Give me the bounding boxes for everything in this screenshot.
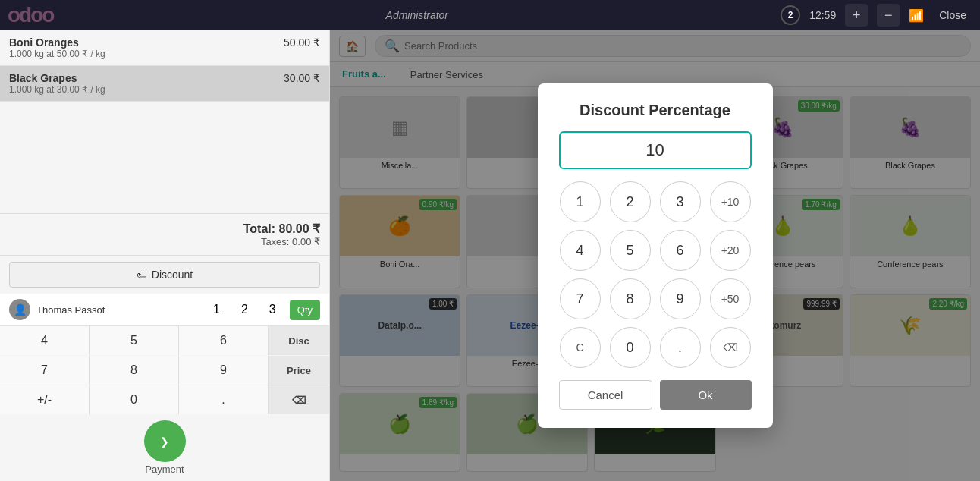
order-badge: 2 (781, 5, 800, 25)
modal-ok-button[interactable]: Ok (660, 380, 752, 410)
logo: odoo (8, 3, 53, 27)
avatar: 👤 (9, 299, 30, 320)
numpad-5[interactable]: 5 (90, 326, 178, 355)
customer-name: Thomas Passot (36, 304, 199, 316)
right-panel: 🏠 🔍 Fruits a... Partner Services ▦ Misce… (330, 30, 980, 481)
discount-modal: Discount Percentage 1 2 3 +10 4 5 6 +20 … (538, 83, 773, 428)
numpad-8[interactable]: 8 (90, 356, 178, 385)
item-name: Black Grapes (9, 72, 77, 84)
add-order-button[interactable]: + (845, 4, 868, 27)
disc-button[interactable]: Disc (269, 326, 329, 355)
discount-button[interactable]: 🏷 Discount (9, 262, 320, 288)
discount-section: 🏷 Discount (0, 255, 329, 294)
modal-key-dot[interactable]: . (660, 327, 701, 368)
modal-actions: Cancel Ok (559, 380, 752, 410)
modal-key-clear[interactable]: C (560, 327, 601, 368)
logo-text: odoo (8, 3, 53, 27)
topbar: odoo Administrator 2 12:59 + − 📶 Close (0, 0, 980, 30)
price-button[interactable]: Price (269, 356, 329, 385)
modal-key-plus10[interactable]: +10 (710, 181, 751, 222)
numpad-key-3[interactable]: 3 (262, 298, 284, 321)
tag-icon: 🏷 (137, 269, 147, 281)
numpad-4[interactable]: 4 (0, 326, 89, 355)
modal-key-1[interactable]: 1 (560, 181, 601, 222)
clock: 12:59 (809, 9, 836, 21)
modal-key-9[interactable]: 9 (660, 278, 701, 319)
payment-button[interactable]: ❯ (144, 420, 186, 462)
item-price: 30.00 ₹ (284, 72, 320, 84)
numpad-dot[interactable]: . (179, 385, 268, 414)
modal-key-4[interactable]: 4 (560, 230, 601, 271)
numpad-key-1[interactable]: 1 (206, 298, 228, 321)
modal-key-plus50[interactable]: +50 (710, 278, 751, 319)
total-amount: Total: 80.00 ₹ (9, 222, 320, 236)
numpad-9[interactable]: 9 (179, 356, 268, 385)
modal-key-plus20[interactable]: +20 (710, 230, 751, 271)
item-price: 50.00 ₹ (284, 36, 320, 49)
modal-overlay: Discount Percentage 1 2 3 +10 4 5 6 +20 … (330, 30, 980, 481)
modal-key-6[interactable]: 6 (660, 230, 701, 271)
item-detail: 1.000 kg at 50.00 ₹ / kg (9, 49, 320, 59)
item-detail: 1.000 kg at 30.00 ₹ / kg (9, 84, 320, 95)
order-item[interactable]: Black Grapes 30.00 ₹ 1.000 kg at 30.00 ₹… (0, 66, 329, 102)
modal-cancel-button[interactable]: Cancel (559, 380, 652, 410)
payment-row: ❯ Payment (0, 414, 329, 481)
remove-order-button[interactable]: − (877, 4, 900, 27)
order-list: Boni Oranges 50.00 ₹ 1.000 kg at 50.00 ₹… (0, 30, 329, 213)
total-tax: Taxes: 0.00 ₹ (9, 236, 320, 247)
customer-row: 👤 Thomas Passot 1 2 3 Qty (0, 294, 329, 326)
numpad-rows: 4 5 6 Disc 7 8 9 Price +/- 0 . ⌫ (0, 326, 329, 414)
modal-key-3[interactable]: 3 (660, 181, 701, 222)
discount-label: Discount (152, 269, 193, 281)
admin-label: Administrator (62, 9, 771, 21)
wifi-icon: 📶 (909, 8, 924, 23)
numpad-plusminus[interactable]: +/- (0, 385, 89, 414)
numpad-key-2[interactable]: 2 (234, 298, 256, 321)
order-item[interactable]: Boni Oranges 50.00 ₹ 1.000 kg at 50.00 ₹… (0, 30, 329, 66)
item-name: Boni Oranges (9, 36, 79, 49)
modal-key-8[interactable]: 8 (610, 278, 651, 319)
numpad-0[interactable]: 0 (90, 385, 178, 414)
qty-button[interactable]: Qty (290, 300, 320, 320)
order-total: Total: 80.00 ₹ Taxes: 0.00 ₹ (0, 213, 329, 255)
numpad-7[interactable]: 7 (0, 356, 89, 385)
modal-numpad: 1 2 3 +10 4 5 6 +20 7 8 9 +50 C 0 . ⌫ (559, 181, 752, 368)
modal-title: Discount Percentage (559, 102, 752, 119)
numpad-backspace[interactable]: ⌫ (269, 385, 329, 414)
modal-key-5[interactable]: 5 (610, 230, 651, 271)
close-button[interactable]: Close (933, 6, 972, 24)
modal-key-7[interactable]: 7 (560, 278, 601, 319)
payment-label: Payment (145, 464, 184, 475)
main-layout: Boni Oranges 50.00 ₹ 1.000 kg at 50.00 ₹… (0, 30, 980, 481)
modal-key-2[interactable]: 2 (610, 181, 651, 222)
modal-key-0[interactable]: 0 (610, 327, 651, 368)
modal-input[interactable] (559, 131, 752, 169)
modal-key-backspace[interactable]: ⌫ (710, 327, 751, 368)
numpad-6[interactable]: 6 (179, 326, 268, 355)
left-panel: Boni Oranges 50.00 ₹ 1.000 kg at 50.00 ₹… (0, 30, 330, 481)
